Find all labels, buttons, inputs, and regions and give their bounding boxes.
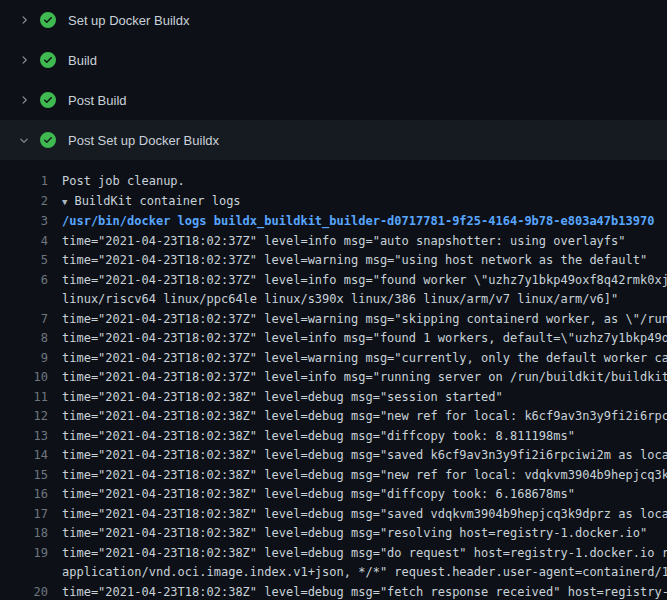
line-number[interactable]: 14 <box>0 446 48 466</box>
log-line: application/vnd.oci.image.index.v1+json,… <box>0 563 667 583</box>
steps-list: Set up Docker Buildx Build Post Build Po… <box>0 0 667 160</box>
line-number[interactable]: 12 <box>0 407 48 427</box>
log-lines: 1 Post job cleanup. 2 ▼BuildKit containe… <box>0 160 667 600</box>
line-number[interactable]: 13 <box>0 427 48 447</box>
log-line: 4 time="2021-04-23T18:02:37Z" level=info… <box>0 232 667 252</box>
chevron-right-icon <box>16 92 32 108</box>
step-label: Build <box>68 53 97 68</box>
actions-log-viewer: Set up Docker Buildx Build Post Build Po… <box>0 0 667 600</box>
log-line: 10 time="2021-04-23T18:02:37Z" level=inf… <box>0 368 667 388</box>
line-text: time="2021-04-23T18:02:38Z" level=debug … <box>62 544 667 564</box>
line-text: time="2021-04-23T18:02:38Z" level=debug … <box>62 446 667 466</box>
step-header[interactable]: Post Build <box>0 80 667 120</box>
log-line: 3 /usr/bin/docker logs buildx_buildkit_b… <box>0 212 667 232</box>
log-line: 8 time="2021-04-23T18:02:37Z" level=info… <box>0 329 667 349</box>
line-text: time="2021-04-23T18:02:38Z" level=debug … <box>62 407 667 427</box>
line-number[interactable]: 20 <box>0 583 48 600</box>
log-line: 9 time="2021-04-23T18:02:37Z" level=warn… <box>0 349 667 369</box>
line-text: time="2021-04-23T18:02:37Z" level=warnin… <box>62 251 647 271</box>
line-number[interactable]: 17 <box>0 505 48 525</box>
log-line: 12 time="2021-04-23T18:02:38Z" level=deb… <box>0 407 667 427</box>
line-number[interactable]: 4 <box>0 232 48 252</box>
log-line: 7 time="2021-04-23T18:02:37Z" level=warn… <box>0 310 667 330</box>
step-label: Post Set up Docker Buildx <box>68 133 219 148</box>
line-number[interactable]: 15 <box>0 466 48 486</box>
line-text: /usr/bin/docker logs buildx_buildkit_bui… <box>62 212 654 232</box>
log-line: 19 time="2021-04-23T18:02:38Z" level=deb… <box>0 544 667 564</box>
log-line: 14 time="2021-04-23T18:02:38Z" level=deb… <box>0 446 667 466</box>
line-text: time="2021-04-23T18:02:37Z" level=info m… <box>62 232 626 252</box>
log-line: 1 Post job cleanup. <box>0 172 667 192</box>
line-text: time="2021-04-23T18:02:37Z" level=info m… <box>62 271 667 291</box>
line-number[interactable]: 19 <box>0 544 48 564</box>
line-text: time="2021-04-23T18:02:38Z" level=debug … <box>62 524 647 544</box>
line-number[interactable]: 11 <box>0 388 48 408</box>
chevron-right-icon <box>16 12 32 28</box>
line-text: time="2021-04-23T18:02:38Z" level=debug … <box>62 466 667 486</box>
line-text: application/vnd.oci.image.index.v1+json,… <box>62 563 667 583</box>
step-header[interactable]: Build <box>0 40 667 80</box>
line-text: time="2021-04-23T18:02:38Z" level=debug … <box>62 485 575 505</box>
line-number[interactable]: 5 <box>0 251 48 271</box>
line-text: time="2021-04-23T18:02:38Z" level=debug … <box>62 583 667 600</box>
line-number[interactable]: 7 <box>0 310 48 330</box>
check-circle-icon <box>40 52 56 68</box>
group-toggle-icon[interactable]: ▼ <box>62 197 67 207</box>
step-label: Set up Docker Buildx <box>68 13 189 28</box>
line-text: ▼BuildKit container logs <box>62 192 241 213</box>
step-header[interactable]: Post Set up Docker Buildx <box>0 120 667 160</box>
line-number[interactable]: 18 <box>0 524 48 544</box>
step-label: Post Build <box>68 93 127 108</box>
line-text: linux/riscv64 linux/ppc64le linux/s390x … <box>62 290 618 310</box>
line-text: Post job cleanup. <box>62 172 185 192</box>
line-text: time="2021-04-23T18:02:37Z" level=info m… <box>62 368 667 388</box>
log-line: linux/riscv64 linux/ppc64le linux/s390x … <box>0 290 667 310</box>
line-number[interactable]: 10 <box>0 368 48 388</box>
log-line: 18 time="2021-04-23T18:02:38Z" level=deb… <box>0 524 667 544</box>
line-number[interactable]: 8 <box>0 329 48 349</box>
check-circle-icon <box>40 132 56 148</box>
log-line: 5 time="2021-04-23T18:02:37Z" level=warn… <box>0 251 667 271</box>
check-circle-icon <box>40 12 56 28</box>
line-number[interactable]: 6 <box>0 271 48 291</box>
line-number[interactable]: 16 <box>0 485 48 505</box>
log-line: 15 time="2021-04-23T18:02:38Z" level=deb… <box>0 466 667 486</box>
log-line: 17 time="2021-04-23T18:02:38Z" level=deb… <box>0 505 667 525</box>
line-number[interactable]: 9 <box>0 349 48 369</box>
line-number[interactable]: 3 <box>0 212 48 232</box>
line-text: time="2021-04-23T18:02:37Z" level=warnin… <box>62 349 667 369</box>
line-number[interactable]: 1 <box>0 172 48 192</box>
log-line: 13 time="2021-04-23T18:02:38Z" level=deb… <box>0 427 667 447</box>
line-text: time="2021-04-23T18:02:37Z" level=warnin… <box>62 310 667 330</box>
log-line: 16 time="2021-04-23T18:02:38Z" level=deb… <box>0 485 667 505</box>
chevron-right-icon <box>16 52 32 68</box>
check-circle-icon <box>40 92 56 108</box>
log-line: 6 time="2021-04-23T18:02:37Z" level=info… <box>0 271 667 291</box>
log-line: 2 ▼BuildKit container logs <box>0 192 667 213</box>
line-text: time="2021-04-23T18:02:37Z" level=info m… <box>62 329 667 349</box>
line-number[interactable]: 2 <box>0 192 48 212</box>
line-text: time="2021-04-23T18:02:38Z" level=debug … <box>62 388 503 408</box>
chevron-down-icon <box>16 132 32 148</box>
line-text: time="2021-04-23T18:02:38Z" level=debug … <box>62 505 667 525</box>
log-line: 11 time="2021-04-23T18:02:38Z" level=deb… <box>0 388 667 408</box>
log-line: 20 time="2021-04-23T18:02:38Z" level=deb… <box>0 583 667 600</box>
line-text: time="2021-04-23T18:02:38Z" level=debug … <box>62 427 575 447</box>
step-header[interactable]: Set up Docker Buildx <box>0 0 667 40</box>
group-label[interactable]: BuildKit container logs <box>74 194 240 208</box>
